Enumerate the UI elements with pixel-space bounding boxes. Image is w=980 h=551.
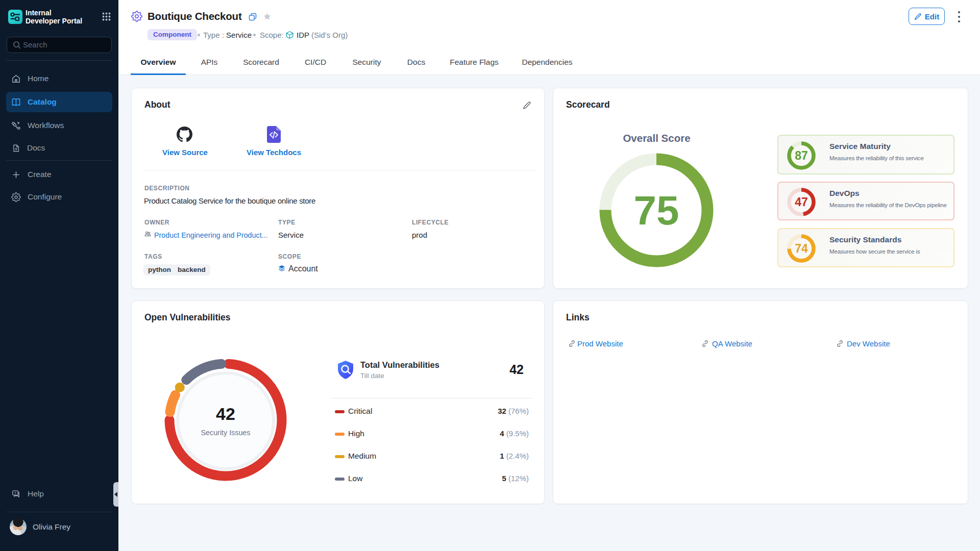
- svg-text:42: 42: [216, 404, 235, 423]
- svg-text:?: ?: [14, 491, 16, 494]
- svg-text:47: 47: [795, 195, 808, 209]
- svg-text:75: 75: [634, 188, 679, 233]
- svg-text:87: 87: [795, 149, 808, 162]
- svg-text:74: 74: [795, 242, 808, 255]
- svg-text:Security Issues: Security Issues: [201, 429, 251, 437]
